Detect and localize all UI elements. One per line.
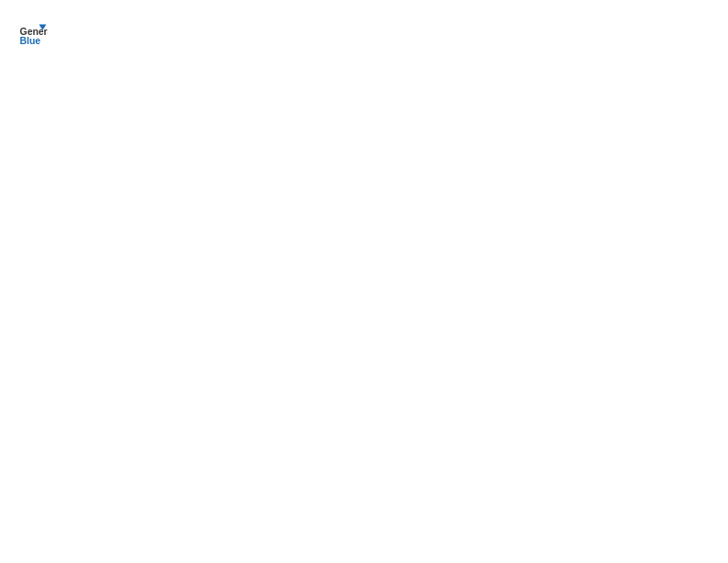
svg-text:Blue: Blue [20,36,41,46]
logo: General Blue [18,18,48,48]
header: General Blue [18,18,710,48]
logo-icon: General Blue [18,18,48,48]
